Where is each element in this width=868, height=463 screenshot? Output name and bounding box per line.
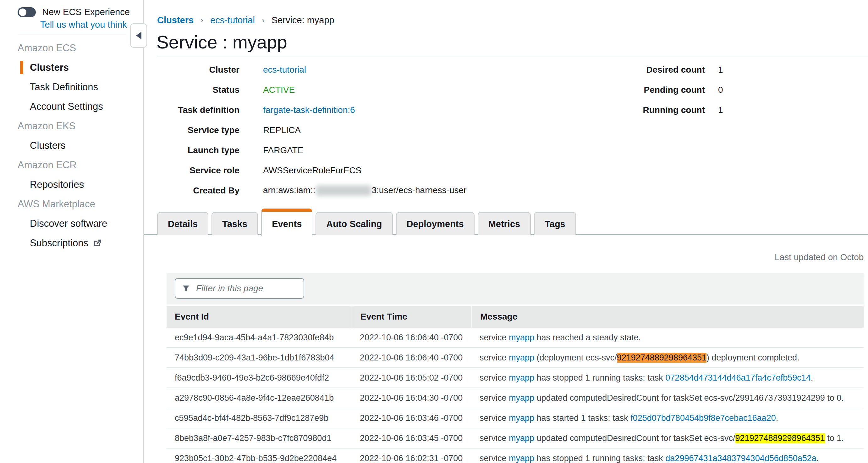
event-id-cell: 8beb3a8f-a0e7-4257-983b-c7fc870980d1 <box>166 428 352 448</box>
column-header-message: Message <box>471 306 864 328</box>
sidebar-section-amazon-eks: Amazon EKS <box>0 116 143 136</box>
detail-value-pending-count: 0 <box>718 85 723 95</box>
detail-label-desired-count: Desired count <box>629 65 705 75</box>
new-ecs-experience-toggle-row: New ECS Experience <box>18 7 130 17</box>
detail-value-text: 3:user/ecs-harness-user <box>372 185 467 195</box>
message-cell: service myapp has started 1 tasks: task … <box>471 408 864 428</box>
detail-value-task-definition[interactable]: fargate-task-definition:6 <box>263 105 466 115</box>
message-link[interactable]: myapp <box>509 413 534 423</box>
detail-value-running-count: 1 <box>718 105 723 115</box>
events-table-header: Event IdEvent TimeMessage <box>166 306 864 328</box>
detail-value-text: arn:aws:iam:: <box>263 185 315 195</box>
sidebar-item-label: Task Definitions <box>30 77 98 97</box>
detail-label-status: Status <box>157 85 240 95</box>
message-link[interactable]: 072854d473144d46a17fa4c7efb59c14 <box>665 373 810 383</box>
tab-details[interactable]: Details <box>157 212 208 235</box>
message-link[interactable]: myapp <box>509 353 534 363</box>
column-header-event-time: Event Time <box>352 306 471 328</box>
sidebar: New ECS Experience Tell us what you thin… <box>0 0 144 463</box>
breadcrumb-link-ecs-tutorial[interactable]: ecs-tutorial <box>210 15 255 26</box>
sidebar-item-discover-software[interactable]: Discover software <box>0 214 143 233</box>
event-id-cell: 74bb3d09-c209-43a1-96be-1db1f6783b04 <box>166 348 352 367</box>
sidebar-collapse-button[interactable] <box>130 23 147 48</box>
detail-label-service-type: Service type <box>157 125 240 135</box>
sidebar-item-label: Discover software <box>30 214 107 233</box>
table-row: f6a9cdb3-9460-49e3-b2c6-98669e40fdf22022… <box>166 368 864 388</box>
message-text: has reached a steady state. <box>534 333 641 343</box>
sidebar-item-clusters[interactable]: Clusters <box>0 136 143 155</box>
tab-tags[interactable]: Tags <box>534 212 576 235</box>
sidebar-section-amazon-ecr: Amazon ECR <box>0 155 143 175</box>
message-cell: service myapp has stopped 1 running task… <box>471 448 864 463</box>
event-id-cell: f6a9cdb3-9460-49e3-b2c6-98669e40fdf2 <box>166 368 352 387</box>
filter-input[interactable] <box>195 283 310 294</box>
message-text: service <box>479 373 509 383</box>
feedback-link[interactable]: Tell us what you think <box>40 20 127 30</box>
message-cell: service myapp updated computedDesiredCou… <box>471 428 864 448</box>
message-text: updated computedDesiredCount for taskSet… <box>534 433 735 443</box>
message-text: has stopped 1 running tasks: task <box>534 373 665 383</box>
sidebar-item-task-definitions[interactable]: Task Definitions <box>0 77 143 97</box>
table-row: a2978c90-0856-4a8e-9f4c-12eae260841b2022… <box>166 388 864 408</box>
sidebar-item-label: Account Settings <box>30 97 103 116</box>
table-row: 74bb3d09-c209-43a1-96be-1db1f6783b042022… <box>166 348 864 368</box>
message-link[interactable]: da29967431a3483794304d56d850a52a <box>665 454 816 463</box>
column-header-event-id: Event Id <box>166 306 352 328</box>
filter-box <box>175 278 304 299</box>
message-link[interactable]: myapp <box>509 393 534 403</box>
table-row: 923b05c1-30b2-47bb-b535-9d2be22084e42022… <box>166 448 864 463</box>
sidebar-item-label: Repositories <box>30 175 84 194</box>
toggle-knob <box>19 8 26 16</box>
sidebar-item-label: Clusters <box>30 136 66 155</box>
tab-tasks[interactable]: Tasks <box>212 212 258 235</box>
event-time-cell: 2022-10-06 16:03:45 -0700 <box>352 428 471 448</box>
sidebar-item-repositories[interactable]: Repositories <box>0 175 143 194</box>
message-link[interactable]: myapp <box>509 433 534 443</box>
event-time-cell: 2022-10-06 16:02:31 -0700 <box>352 448 471 463</box>
message-link[interactable]: myapp <box>509 333 534 343</box>
message-link[interactable]: myapp <box>509 454 534 463</box>
detail-label-service-role: Service role <box>157 166 240 175</box>
sidebar-item-subscriptions[interactable]: Subscriptions <box>0 233 143 253</box>
message-text: has started 1 tasks: task <box>534 413 630 423</box>
message-text: service <box>479 393 509 403</box>
new-ecs-experience-toggle[interactable] <box>18 7 36 17</box>
detail-label-cluster: Cluster <box>157 65 240 75</box>
breadcrumb-separator: › <box>200 16 203 25</box>
tab-bar: DetailsTasksEventsAuto ScalingDeployment… <box>157 211 576 235</box>
message-text: updated computedDesiredCount for taskSet… <box>534 393 844 403</box>
table-row: ec9e1d94-9aca-45b4-a4a1-7823030fe84b2022… <box>166 328 864 348</box>
sidebar-nav: Amazon ECSClustersTask DefinitionsAccoun… <box>0 38 143 253</box>
sidebar-item-clusters[interactable]: Clusters <box>0 58 143 77</box>
tab-deployments[interactable]: Deployments <box>396 212 474 235</box>
message-cell: service myapp has reached a steady state… <box>471 328 864 347</box>
message-cell: service myapp updated computedDesiredCou… <box>471 388 864 408</box>
ecs-console-window: New ECS Experience Tell us what you thin… <box>0 0 868 463</box>
message-text: has stopped 1 running tasks: task <box>534 454 665 463</box>
tab-events[interactable]: Events <box>261 208 312 236</box>
detail-label-running-count: Running count <box>629 105 705 115</box>
detail-value-created-by: arn:aws:iam::3:user/ecs-harness-user <box>263 185 466 196</box>
sidebar-item-account-settings[interactable]: Account Settings <box>0 97 143 116</box>
sidebar-section-amazon-ecs: Amazon ECS <box>0 38 143 58</box>
event-time-cell: 2022-10-06 16:06:40 -0700 <box>352 348 471 367</box>
message-link[interactable]: f025d07bd780454b9f8e7cebac16aa20 <box>630 413 776 423</box>
tab-auto-scaling[interactable]: Auto Scaling <box>315 212 393 235</box>
message-link[interactable]: myapp <box>509 373 534 383</box>
breadcrumb: Clusters›ecs-tutorial›Service: myapp <box>157 15 334 26</box>
redacted-account-id <box>316 185 371 196</box>
detail-value-cluster[interactable]: ecs-tutorial <box>263 65 466 75</box>
event-time-cell: 2022-10-06 16:06:40 -0700 <box>352 328 471 347</box>
events-table-body: ec9e1d94-9aca-45b4-a4a1-7823030fe84b2022… <box>166 328 864 463</box>
event-id-cell: ec9e1d94-9aca-45b4-a4a1-7823030fe84b <box>166 328 352 347</box>
tab-metrics[interactable]: Metrics <box>478 212 531 235</box>
filter-toolbar <box>166 273 864 305</box>
event-id-cell: a2978c90-0856-4a8e-9f4c-12eae260841b <box>166 388 352 408</box>
table-row: 8beb3a8f-a0e7-4257-983b-c7fc870980d12022… <box>166 428 864 448</box>
event-id-cell: c595ad4c-bf4f-482b-8563-7df9c1287e9b <box>166 408 352 428</box>
last-updated-text: Last updated on Octob <box>775 252 864 262</box>
event-id-cell: 923b05c1-30b2-47bb-b535-9d2be22084e4 <box>166 448 352 463</box>
breadcrumb-link-clusters[interactable]: Clusters <box>157 15 194 26</box>
message-text: (deployment ecs-svc/ <box>534 353 617 363</box>
service-counts: Desired count1Pending count0Running coun… <box>629 60 723 120</box>
